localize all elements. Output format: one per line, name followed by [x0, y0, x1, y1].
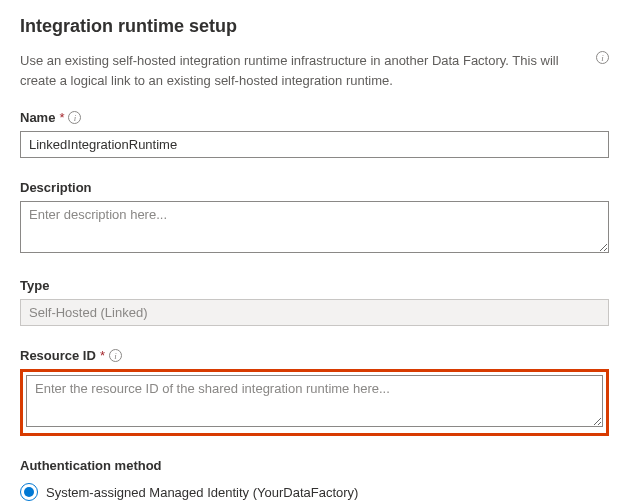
description-input[interactable]: [20, 201, 609, 253]
auth-field-group: Authentication method System-assigned Ma…: [20, 458, 609, 501]
description-field-group: Description: [20, 180, 609, 256]
info-icon[interactable]: i: [68, 111, 81, 124]
resource-id-field-group: Resource ID * i: [20, 348, 609, 436]
name-label: Name: [20, 110, 55, 125]
required-marker: *: [59, 110, 64, 125]
resource-id-input[interactable]: [26, 375, 603, 427]
auth-option-label: System-assigned Managed Identity (YourDa…: [46, 485, 358, 500]
page-title: Integration runtime setup: [20, 16, 609, 37]
type-field-group: Type Self-Hosted (Linked): [20, 278, 609, 326]
info-icon[interactable]: i: [596, 51, 609, 64]
type-value: Self-Hosted (Linked): [20, 299, 609, 326]
info-icon[interactable]: i: [109, 349, 122, 362]
radio-icon: [20, 483, 38, 501]
name-field-group: Name * i: [20, 110, 609, 158]
type-label: Type: [20, 278, 49, 293]
auth-option-system-assigned[interactable]: System-assigned Managed Identity (YourDa…: [20, 479, 609, 501]
description-label: Description: [20, 180, 92, 195]
auth-label: Authentication method: [20, 458, 162, 473]
required-marker: *: [100, 348, 105, 363]
name-input[interactable]: [20, 131, 609, 158]
intro-text: Use an existing self-hosted integration …: [20, 51, 588, 90]
resource-id-label: Resource ID: [20, 348, 96, 363]
